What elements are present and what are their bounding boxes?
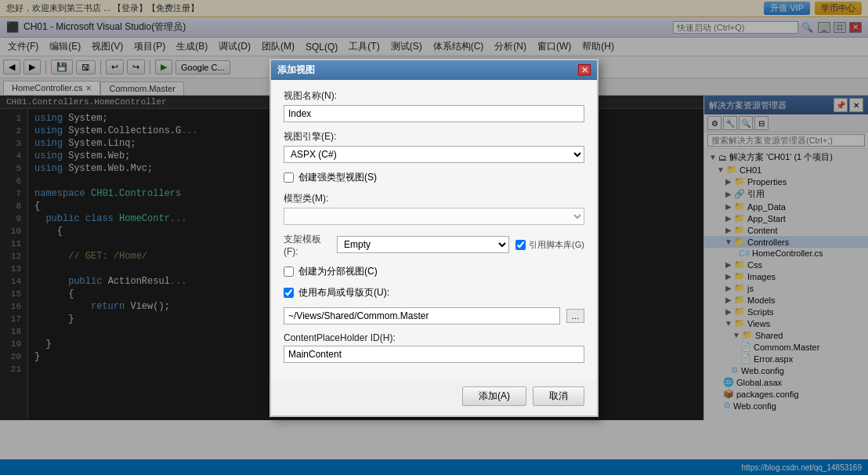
view-engine-row: 视图引擎(E): ASPX (C#) Razor (C#)	[284, 130, 584, 163]
model-class-row: 模型类(M):	[284, 192, 584, 225]
layout-checkbox[interactable]	[284, 288, 294, 298]
ref-scripts-group: 引用脚本库(G)	[515, 239, 584, 251]
content-placeholder-row: ContentPlaceHolder ID(H):	[284, 332, 584, 363]
content-placeholder-label: ContentPlaceHolder ID(H):	[284, 332, 584, 343]
layout-path-input[interactable]	[284, 307, 560, 325]
layout-browse-button[interactable]: ...	[566, 309, 584, 323]
cancel-button[interactable]: 取消	[533, 386, 584, 406]
view-engine-select[interactable]: ASPX (C#) Razor (C#)	[284, 146, 584, 163]
ref-scripts-checkbox[interactable]	[515, 240, 526, 250]
scaffold-select[interactable]: Empty Create Edit	[337, 236, 509, 253]
scaffold-label: 支架模板(F):	[284, 233, 331, 257]
partial-view-row: 创建为分部视图(C)	[284, 265, 584, 278]
partial-view-checkbox[interactable]	[284, 267, 294, 277]
layout-check-label: 使用布局或母版页(U):	[298, 286, 389, 299]
add-view-dialog: 添加视图 ✕ 视图名称(N): 视图引擎(E): ASPX (C#) Razor…	[269, 59, 599, 417]
view-name-input[interactable]	[284, 105, 584, 122]
layout-check-row: 使用布局或母版页(U):	[284, 286, 584, 299]
dialog-body: 视图名称(N): 视图引擎(E): ASPX (C#) Razor (C#) 创…	[271, 80, 597, 380]
dialog-footer: 添加(A) 取消	[271, 380, 597, 415]
strong-type-checkbox[interactable]	[284, 172, 294, 183]
dialog-title: 添加视图	[277, 63, 315, 77]
model-class-select[interactable]	[284, 208, 584, 225]
strong-type-row: 创建强类型视图(S)	[284, 171, 584, 184]
dialog-overlay: 添加视图 ✕ 视图名称(N): 视图引擎(E): ASPX (C#) Razor…	[0, 0, 868, 475]
view-name-label: 视图名称(N):	[284, 89, 584, 103]
partial-view-label: 创建为分部视图(C)	[298, 265, 378, 278]
view-engine-label: 视图引擎(E):	[284, 130, 584, 143]
dialog-close-button[interactable]: ✕	[578, 64, 591, 75]
layout-path-row: ...	[284, 307, 584, 325]
content-placeholder-input[interactable]	[284, 346, 584, 363]
scaffold-row: 支架模板(F): Empty Create Edit 引用脚本库(G)	[284, 233, 584, 257]
add-button[interactable]: 添加(A)	[462, 386, 526, 406]
view-name-row: 视图名称(N):	[284, 89, 584, 122]
ref-scripts-label: 引用脚本库(G)	[529, 239, 584, 251]
dialog-titlebar: 添加视图 ✕	[271, 60, 597, 80]
strong-type-label: 创建强类型视图(S)	[298, 171, 377, 184]
model-class-label: 模型类(M):	[284, 192, 584, 205]
